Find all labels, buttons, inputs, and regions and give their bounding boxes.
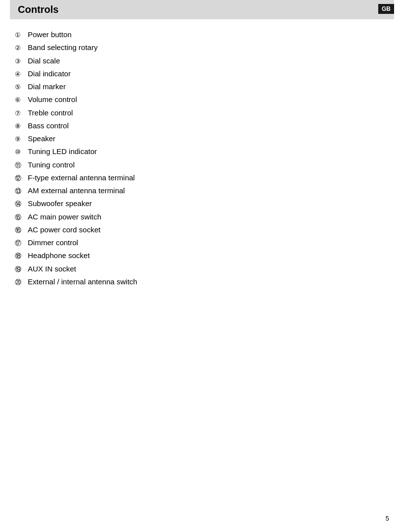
item-number: ⑯: [15, 225, 26, 236]
item-number: ⑳: [15, 277, 26, 288]
item-number: ⑧: [15, 121, 26, 132]
item-text: AUX IN socket: [28, 263, 76, 275]
item-text: Tuning LED indicator: [28, 145, 97, 158]
list-item: ⑥Volume control: [15, 93, 389, 106]
item-text: AC power cord socket: [28, 223, 101, 236]
item-number: ⑱: [15, 251, 26, 262]
item-text: Treble control: [28, 106, 73, 119]
item-number: ⑮: [15, 212, 26, 223]
item-text: Headphone socket: [28, 249, 90, 262]
item-number: ④: [15, 69, 26, 80]
list-item: ⑰Dimmer control: [15, 236, 389, 249]
page-container: Controls GB ①Power button②Band selecting…: [0, 0, 404, 532]
item-text: Tuning control: [28, 159, 75, 171]
item-text: AC main power switch: [28, 211, 101, 223]
item-text: Speaker: [28, 132, 56, 145]
item-number: ⑪: [15, 160, 26, 171]
list-item: ⑪Tuning control: [15, 159, 389, 171]
item-number: ⑫: [15, 173, 26, 184]
item-number: ⑬: [15, 186, 26, 197]
item-number: ①: [15, 30, 26, 41]
item-number: ⑦: [15, 108, 26, 119]
list-item: ③Dial scale: [15, 54, 389, 67]
item-text: Dimmer control: [28, 236, 78, 249]
item-number: ⑩: [15, 147, 26, 158]
item-text: Power button: [28, 28, 71, 41]
item-number: ⑨: [15, 134, 26, 145]
item-text: Dial scale: [28, 54, 60, 67]
item-text: Bass control: [28, 119, 69, 132]
item-text: External / internal antenna switch: [28, 275, 137, 288]
list-item: ⑯AC power cord socket: [15, 223, 389, 236]
list-item: ⑨Speaker: [15, 132, 389, 145]
list-item: ⑤Dial marker: [15, 80, 389, 93]
item-number: ③: [15, 56, 26, 67]
page-number: 5: [386, 515, 389, 522]
item-number: ⑥: [15, 95, 26, 106]
list-item: ⑬AM external antenna terminal: [15, 184, 389, 197]
item-text: F-type external antenna terminal: [28, 171, 135, 184]
controls-list: ①Power button②Band selecting rotary③Dial…: [10, 28, 394, 288]
item-text: AM external antenna terminal: [28, 184, 125, 197]
list-item: ⑦Treble control: [15, 106, 389, 119]
list-item: ⑫F-type external antenna terminal: [15, 171, 389, 184]
list-item: ⑮AC main power switch: [15, 211, 389, 223]
list-item: ⑧Bass control: [15, 119, 389, 132]
list-item: ②Band selecting rotary: [15, 41, 389, 54]
list-item: ⑭Subwoofer speaker: [15, 197, 389, 210]
item-number: ⑰: [15, 238, 26, 249]
list-item: ⑳External / internal antenna switch: [15, 275, 389, 288]
item-number: ⑭: [15, 199, 26, 210]
item-text: Subwoofer speaker: [28, 197, 92, 210]
item-number: ②: [15, 43, 26, 54]
item-number: ⑤: [15, 82, 26, 93]
item-text: Dial indicator: [28, 67, 71, 80]
item-text: Dial marker: [28, 80, 66, 93]
list-item: ①Power button: [15, 28, 389, 41]
item-text: Volume control: [28, 93, 77, 106]
list-item: ⑱Headphone socket: [15, 249, 389, 262]
item-text: Band selecting rotary: [28, 41, 98, 54]
list-item: ⑲AUX IN socket: [15, 263, 389, 275]
page-title: Controls: [18, 4, 58, 15]
gb-badge: GB: [378, 4, 394, 14]
list-item: ⑩Tuning LED indicator: [15, 145, 389, 158]
list-item: ④Dial indicator: [15, 67, 389, 80]
header-bar: Controls: [10, 0, 394, 19]
item-number: ⑲: [15, 264, 26, 275]
